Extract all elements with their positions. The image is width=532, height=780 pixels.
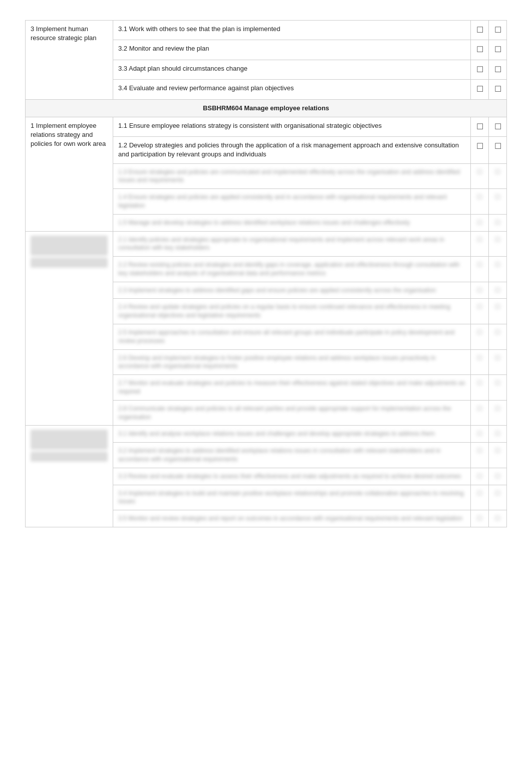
checkbox-b1-1[interactable]: ☐ (471, 231, 489, 257)
checkbox-1-2-1[interactable]: ☐ (471, 137, 489, 163)
criterion-blurred-3: 2.3 Implement strategies to address iden… (113, 282, 471, 299)
criterion-s4-3: 3.3 Review and evaluate strategies to as… (113, 468, 471, 485)
checkbox-b7-1[interactable]: ☐ (471, 375, 489, 401)
checkbox-1-3-1[interactable]: ☐ (471, 163, 489, 189)
criterion-s4-2: 3.2 Implement strategies to address iden… (113, 443, 471, 468)
checkbox-3-3-1[interactable]: ☐ (471, 60, 489, 79)
checkbox-b2-1[interactable]: ☐ (471, 257, 489, 282)
checkbox-s4-5-1[interactable]: ☐ (471, 510, 489, 527)
checkbox-3-4-2[interactable]: ☐ (489, 80, 507, 99)
checkbox-1-5-1[interactable]: ☐ (471, 214, 489, 231)
criterion-blurred-6: 2.6 Develop and implement strategies to … (113, 349, 471, 375)
section-header-label: BSBHRM604 Manage employee relations (26, 99, 507, 117)
checkbox-1-1-1[interactable]: ☐ (471, 117, 489, 136)
checkbox-s4-1-2[interactable]: ☐ (489, 426, 507, 443)
unit-blurred-1 (26, 231, 113, 426)
criterion-1-1: 1.1 Ensure employee relations strategy i… (113, 117, 471, 136)
row-3-1: 3 Implement human resource strategic pla… (26, 21, 507, 40)
checkbox-b1-2[interactable]: ☐ (489, 231, 507, 257)
checkbox-3-1-1[interactable]: ☐ (471, 21, 489, 40)
criterion-blurred-8: 2.8 Communicate strategies and policies … (113, 400, 471, 426)
criterion-1-5: 1.5 Manage and develop strategies to add… (113, 214, 471, 231)
checkbox-s4-3-1[interactable]: ☐ (471, 468, 489, 485)
checkbox-s4-4-2[interactable]: ☐ (489, 485, 507, 510)
checkbox-b8-1[interactable]: ☐ (471, 400, 489, 426)
criterion-1-2: 1.2 Develop strategies and policies thro… (113, 137, 471, 163)
checkbox-s4-5-2[interactable]: ☐ (489, 510, 507, 527)
checkbox-3-3-2[interactable]: ☐ (489, 60, 507, 79)
checkbox-b7-2[interactable]: ☐ (489, 375, 507, 401)
section-header-bsbhrm604: BSBHRM604 Manage employee relations (26, 99, 507, 117)
criterion-3-4: 3.4 Evaluate and review performance agai… (113, 80, 471, 99)
checkbox-b2-2[interactable]: ☐ (489, 257, 507, 282)
row-blurred-s4-1: 3.1 Identify and analyse workplace relat… (26, 426, 507, 443)
criterion-s4-4: 3.4 Implement strategies to build and ma… (113, 485, 471, 510)
row-1-1: 1 Implement employee relations strategy … (26, 117, 507, 136)
criterion-1-4: 1.4 Ensure strategies and policies are a… (113, 189, 471, 215)
checkbox-b3-2[interactable]: ☐ (489, 282, 507, 299)
checkbox-3-2-2[interactable]: ☐ (489, 40, 507, 60)
checkbox-1-3-2[interactable]: ☐ (489, 163, 507, 189)
checkbox-1-2-2[interactable]: ☐ (489, 137, 507, 163)
unit-1: 1 Implement employee relations strategy … (26, 117, 113, 231)
checkbox-1-4-1[interactable]: ☐ (471, 189, 489, 215)
criterion-s4-5: 3.5 Monitor and review strategies and re… (113, 510, 471, 527)
checkbox-s4-2-2[interactable]: ☐ (489, 443, 507, 468)
checkbox-b3-1[interactable]: ☐ (471, 282, 489, 299)
checkbox-s4-3-2[interactable]: ☐ (489, 468, 507, 485)
criterion-blurred-7: 2.7 Monitor and evaluate strategies and … (113, 375, 471, 401)
checkbox-b4-1[interactable]: ☐ (471, 299, 489, 324)
checkbox-3-1-2[interactable]: ☐ (489, 21, 507, 40)
checkbox-b5-1[interactable]: ☐ (471, 324, 489, 350)
checkbox-b6-2[interactable]: ☐ (489, 349, 507, 375)
checkbox-1-5-2[interactable]: ☐ (489, 214, 507, 231)
checkbox-s4-2-1[interactable]: ☐ (471, 443, 489, 468)
checkbox-b8-2[interactable]: ☐ (489, 400, 507, 426)
unit-blurred-2 (26, 426, 113, 527)
checkbox-b6-1[interactable]: ☐ (471, 349, 489, 375)
checkbox-s4-4-1[interactable]: ☐ (471, 485, 489, 510)
checkbox-b4-2[interactable]: ☐ (489, 299, 507, 324)
unit-3: 3 Implement human resource strategic pla… (26, 21, 113, 100)
criterion-blurred-1: 2.1 Identify policies and strategies app… (113, 231, 471, 257)
checkbox-s4-1-1[interactable]: ☐ (471, 426, 489, 443)
criterion-1-3: 1.3 Ensure strategies and policies are c… (113, 163, 471, 189)
checkbox-3-4-1[interactable]: ☐ (471, 80, 489, 99)
criterion-3-2: 3.2 Monitor and review the plan (113, 40, 471, 60)
criterion-s4-1: 3.1 Identify and analyse workplace relat… (113, 426, 471, 443)
criterion-blurred-2: 2.2 Review existing policies and strateg… (113, 257, 471, 282)
criterion-blurred-5: 2.5 Implement approaches to consultation… (113, 324, 471, 350)
criterion-3-3: 3.3 Adapt plan should circumstances chan… (113, 60, 471, 79)
criterion-blurred-4: 2.4 Review and update strategies and pol… (113, 299, 471, 324)
criterion-3-1: 3.1 Work with others to see that the pla… (113, 21, 471, 40)
checkbox-1-1-2[interactable]: ☐ (489, 117, 507, 136)
checkbox-3-2-1[interactable]: ☐ (471, 40, 489, 60)
checkbox-1-4-2[interactable]: ☐ (489, 189, 507, 215)
row-blurred-1: 2.1 Identify policies and strategies app… (26, 231, 507, 257)
checkbox-b5-2[interactable]: ☐ (489, 324, 507, 350)
